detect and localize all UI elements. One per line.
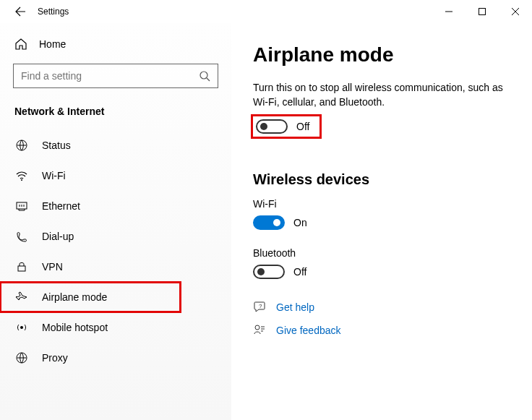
svg-point-1 (200, 72, 207, 79)
sidebar: Home Network & Internet Status Wi-Fi Eth… (0, 23, 231, 420)
help-icon: ? (253, 301, 266, 314)
dialup-icon (14, 230, 29, 243)
sidebar-item-airplane[interactable]: Airplane mode (0, 282, 181, 312)
page-title: Airplane mode (253, 43, 510, 67)
vpn-icon (14, 260, 29, 273)
proxy-icon (14, 351, 29, 364)
ethernet-icon (14, 200, 29, 213)
minimize-icon (445, 8, 452, 15)
sidebar-item-label: Dial-up (42, 231, 74, 242)
get-help-link[interactable]: ? Get help (253, 301, 510, 314)
main-panel: Airplane mode Turn this on to stop all w… (231, 23, 532, 420)
status-icon (14, 139, 29, 152)
airplane-toggle-row: Off (253, 116, 319, 137)
close-button[interactable] (499, 0, 532, 23)
airplane-toggle[interactable] (256, 119, 288, 134)
search-box[interactable] (13, 64, 218, 88)
wifi-icon (14, 169, 29, 182)
minimize-button[interactable] (432, 0, 466, 23)
airplane-icon (14, 291, 29, 304)
svg-point-3 (21, 179, 22, 181)
sidebar-item-status[interactable]: Status (0, 130, 231, 160)
svg-rect-5 (18, 266, 25, 271)
window-title: Settings (35, 7, 432, 17)
wifi-toggle[interactable] (253, 215, 285, 230)
sidebar-item-label: Wi-Fi (42, 170, 66, 181)
arrow-left-icon (14, 6, 26, 17)
svg-point-9 (255, 325, 259, 330)
titlebar: Settings (0, 0, 532, 23)
bluetooth-toggle-row: Off (253, 265, 510, 279)
get-help-label: Get help (276, 301, 314, 313)
sidebar-item-label: VPN (42, 261, 63, 273)
wifi-toggle-row: On (253, 215, 510, 230)
search-icon (199, 70, 210, 82)
section-header: Network & Internet (0, 103, 231, 130)
bluetooth-toggle[interactable] (253, 265, 285, 279)
sidebar-item-label: Ethernet (42, 200, 80, 212)
sidebar-item-vpn[interactable]: VPN (0, 252, 231, 282)
close-icon (512, 8, 519, 15)
home-label: Home (39, 38, 66, 50)
sidebar-item-label: Proxy (42, 352, 68, 364)
sidebar-item-dialup[interactable]: Dial-up (0, 221, 231, 252)
bluetooth-toggle-label: Off (293, 266, 306, 278)
sidebar-item-proxy[interactable]: Proxy (0, 343, 231, 373)
give-feedback-label: Give feedback (276, 325, 341, 336)
wireless-heading: Wireless devices (253, 171, 510, 188)
svg-text:?: ? (259, 303, 262, 309)
window-controls (432, 0, 532, 23)
back-button[interactable] (6, 0, 35, 23)
sidebar-item-ethernet[interactable]: Ethernet (0, 191, 231, 221)
give-feedback-link[interactable]: Give feedback (253, 324, 510, 337)
svg-point-6 (20, 326, 23, 329)
hotspot-icon (14, 321, 29, 334)
sidebar-item-label: Airplane mode (42, 291, 107, 303)
sidebar-item-label: Status (42, 140, 71, 151)
bluetooth-label: Bluetooth (253, 247, 510, 259)
airplane-description: Turn this on to stop all wireless commun… (253, 81, 510, 109)
sidebar-item-wifi[interactable]: Wi-Fi (0, 160, 231, 191)
svg-rect-0 (479, 9, 486, 15)
feedback-icon (253, 324, 266, 337)
airplane-toggle-label: Off (296, 121, 309, 132)
wifi-toggle-label: On (293, 217, 307, 228)
sidebar-item-label: Mobile hotspot (42, 322, 108, 333)
search-input[interactable] (21, 70, 199, 82)
sidebar-item-hotspot[interactable]: Mobile hotspot (0, 312, 231, 343)
home-icon (14, 38, 27, 51)
maximize-button[interactable] (466, 0, 499, 23)
home-button[interactable]: Home (0, 30, 231, 58)
maximize-icon (479, 8, 486, 15)
wifi-label: Wi-Fi (253, 198, 510, 210)
